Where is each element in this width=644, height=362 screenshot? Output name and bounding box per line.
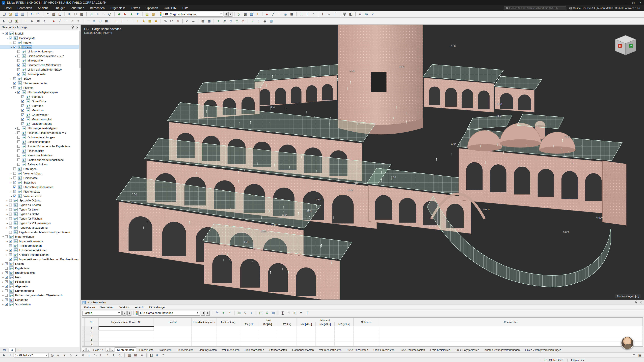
workplane-xz-button[interactable]: ◇ <box>240 18 246 24</box>
tree-item-linienorientierungen[interactable]: Linienorientierungen <box>0 49 80 54</box>
hinge-tool-button[interactable]: ◦ <box>125 18 131 24</box>
visibility-checkbox[interactable] <box>13 181 16 184</box>
help-button[interactable]: ? <box>370 11 375 17</box>
tree-item-nummerierung[interactable]: ▸Nummerierung <box>0 289 80 293</box>
view-in-z-button[interactable]: ▼ <box>135 11 140 17</box>
table-settings-button[interactable]: ∗ <box>298 310 304 316</box>
col-header-zugewiesen-an-knoten-nr[interactable]: Zugewiesen an Knoten Nr. <box>98 318 154 326</box>
visibility-checkbox[interactable] <box>17 136 20 139</box>
table-cell[interactable] <box>192 326 216 330</box>
table-cell[interactable] <box>98 334 154 338</box>
ortho-mode-button[interactable]: ∟ <box>98 353 104 357</box>
visibility-checkbox[interactable] <box>13 41 16 44</box>
tree-item-starrstab[interactable]: Starrstab <box>0 103 80 108</box>
nodal-support-tool-button[interactable]: ⊥ <box>113 18 118 24</box>
render-transparent-button[interactable]: ▩ <box>79 11 84 17</box>
visibility-checkbox[interactable] <box>17 127 20 130</box>
origin-snap-button[interactable]: ◎ <box>49 353 55 357</box>
new-line-button[interactable]: ╱ <box>270 11 276 17</box>
line-support-button[interactable]: ⊤ <box>304 11 310 17</box>
tree-item-mittelpunkte[interactable]: Mittelpunkte <box>0 58 80 63</box>
new-member-button[interactable]: ━ <box>276 11 282 17</box>
navigator-scrollbar[interactable] <box>79 30 80 347</box>
tree-item-fl-chensteifigkeitstypen[interactable]: ▾Flächensteifigkeitstypen <box>0 90 80 94</box>
scale-button[interactable]: ↕ <box>42 18 47 24</box>
table-cell[interactable] <box>277 326 297 330</box>
next-load-case-button[interactable] <box>228 12 232 16</box>
layers-button[interactable]: ≡ <box>161 353 166 357</box>
table-cell[interactable] <box>216 334 240 338</box>
table-cell[interactable] <box>154 342 192 346</box>
visibility-modes-button[interactable]: ◉ <box>342 11 348 17</box>
visibility-checkbox[interactable] <box>9 199 12 202</box>
col-header-fy-kn[interactable]: FY [kN] <box>258 322 277 326</box>
table-search-button[interactable]: ◎ <box>292 310 298 316</box>
col-header-lastart[interactable]: Lastart <box>154 318 192 326</box>
dock-pin-icon[interactable] <box>634 301 638 304</box>
close-button[interactable]: ✕ <box>637 0 644 5</box>
rotate-button[interactable]: ↻ <box>29 18 35 24</box>
nodal-support-button[interactable]: ⊥ <box>298 11 304 17</box>
member-hinge-button[interactable]: ○ <box>310 11 316 17</box>
visibility-checkbox[interactable] <box>9 249 12 252</box>
expand-icon[interactable]: ▸ <box>5 204 9 206</box>
visibility-checkbox[interactable] <box>5 276 8 279</box>
comments-button[interactable]: T <box>332 11 338 17</box>
spline-tool-button[interactable]: ≈ <box>76 18 81 24</box>
expand-icon[interactable]: ▸ <box>1 280 5 283</box>
tree-item-typen-f-r-fl-chen[interactable]: ▸Typen für Flächen <box>0 216 80 221</box>
table-cell[interactable] <box>335 334 354 338</box>
visibility-checkbox[interactable] <box>21 113 24 116</box>
print-graphic-button[interactable]: ▥ <box>268 18 274 24</box>
col-header-mx-knm[interactable]: MX [kNm] <box>297 322 316 326</box>
visibility-checkbox[interactable] <box>5 267 8 270</box>
tree-item-stabrepr-sentanten[interactable]: Stabrepräsentanten <box>0 81 80 85</box>
table-cell[interactable] <box>216 326 240 330</box>
grid-toggle-button[interactable]: # <box>222 18 228 24</box>
visibility-checkbox[interactable] <box>5 290 8 292</box>
table-cell[interactable] <box>240 342 258 346</box>
tree-item-topologie-anzeigen-auf[interactable]: ▸Topologie anzeigen auf <box>0 225 80 230</box>
visibility-checkbox[interactable] <box>9 240 12 243</box>
table-cell[interactable] <box>379 330 643 334</box>
table-cell[interactable] <box>98 338 154 342</box>
pin-icon[interactable] <box>71 25 74 29</box>
zoom-out-button[interactable]: − <box>100 11 106 17</box>
visibility-checkbox[interactable] <box>9 204 12 206</box>
dock-tab-volumensatzlasten[interactable]: Volumensatzlasten <box>317 347 344 352</box>
menu-ergebnisse[interactable]: Ergebnisse <box>108 5 128 11</box>
panels-toggle-button[interactable]: ◫ <box>57 11 63 17</box>
tree-item-name-des-materials[interactable]: Name des Materials <box>0 153 80 158</box>
menu-berechnen[interactable]: Berechnen <box>87 5 108 11</box>
visibility-checkbox[interactable] <box>5 303 8 306</box>
table-cell[interactable] <box>335 342 354 346</box>
move-copy-button[interactable]: + <box>23 18 29 24</box>
view-in-y-button[interactable]: ▲ <box>129 11 134 17</box>
table-cell[interactable] <box>277 342 297 346</box>
sum-values-button[interactable]: ∑ <box>280 310 286 316</box>
row-number[interactable]: 3 <box>84 334 98 338</box>
show-results-button[interactable]: ▦ <box>248 11 254 17</box>
visibility-checkbox[interactable] <box>21 104 24 107</box>
tree-item-liniens-tze[interactable]: ▸Liniensätze <box>0 176 80 180</box>
print-table-button[interactable]: ▥ <box>270 310 276 316</box>
visibility-checkbox[interactable] <box>9 222 12 224</box>
expand-icon[interactable]: ▸ <box>5 213 9 216</box>
new-surface-button[interactable]: ◈ <box>282 11 288 17</box>
table-cell[interactable] <box>192 334 216 338</box>
point-snap-button[interactable]: ● <box>62 353 67 357</box>
dock-tab-freie-rechtecklasten[interactable]: Freie Rechtecklasten <box>397 347 427 352</box>
visibility-checkbox[interactable] <box>5 262 8 265</box>
visibility-checkbox[interactable] <box>17 131 20 134</box>
group-header-kraft[interactable]: Kraft <box>240 318 297 322</box>
table-cell[interactable] <box>277 330 297 334</box>
grid-settings-button[interactable]: ⊞ <box>133 353 138 357</box>
table-cell[interactable] <box>240 326 258 330</box>
table-cell[interactable] <box>379 338 643 342</box>
expand-icon[interactable]: ▸ <box>10 195 13 197</box>
progress-panel-button[interactable]: ▣ <box>637 353 643 357</box>
tree-item-linien[interactable]: ▾Linien <box>0 45 80 49</box>
expand-icon[interactable]: ▸ <box>5 240 9 243</box>
line-load-tool-button[interactable]: ⇓ <box>141 18 146 24</box>
perpendicular-snap-button[interactable]: ⊥ <box>86 353 92 357</box>
